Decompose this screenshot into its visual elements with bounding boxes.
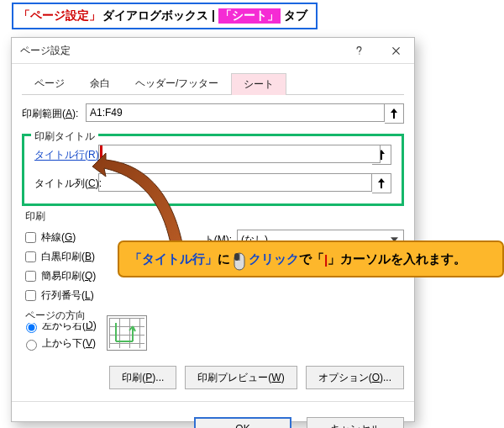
balloon-text3: 」カーソルを入れます。 [328,251,466,267]
print-preview-button[interactable]: 印刷プレビュー(W) [185,366,297,389]
page-order-caption: ページの方向 [22,309,89,323]
balloon-text1: に [218,251,230,267]
title-row-input[interactable] [98,145,381,163]
title-col-input[interactable] [98,173,372,192]
tab-strip: ページ 余白 ヘッダー/フッター シート [22,72,404,95]
title-col-picker[interactable] [372,173,391,193]
caption-red: 「ページ設定」 [18,8,101,24]
print-titles-caption: 印刷タイトル [31,129,98,144]
options-button[interactable]: オプション(O)... [306,366,404,389]
dialog-title: ページ設定 [12,44,340,58]
tab-margin[interactable]: 余白 [77,72,123,94]
title-col-label: タイトル列(C): [34,177,98,191]
balloon-text2: で「 [299,251,324,267]
page-order-group: ページの方向 左から右(D) 上から下(V) [22,315,404,354]
order-top-to-bottom-radio[interactable]: 上から下(V) [22,336,97,351]
instruction-caption: 「ページ設定」 ダイアログボックス | 「シート」 タブ [12,3,318,29]
print-titles-group: 印刷タイトル タイトル行(R): [22,134,404,206]
cancel-button[interactable]: キャンセル [307,417,404,428]
mouse-icon [232,252,247,271]
svg-rect-0 [393,113,395,119]
print-options-caption: 印刷 [22,209,49,224]
page-setup-dialog: ページ設定 ページ 余白 ヘッダー/フッター シート 印刷範囲(A): [11,37,415,422]
help-button[interactable] [340,38,377,63]
caption-mid: ダイアログボックス | [102,8,215,24]
instruction-balloon: 「タイトル行」 に クリック で「 | 」カーソルを入れます。 [118,240,504,277]
svg-rect-2 [381,182,382,188]
dialog-titlebar: ページ設定 [12,38,414,64]
rowcol-numbers-checkbox[interactable]: 行列番号(L) [22,288,139,304]
print-area-picker[interactable] [385,103,404,124]
caption-pink: 「シート」 [218,8,281,24]
tab-page[interactable]: ページ [22,72,77,94]
tab-sheet[interactable]: シート [231,73,286,95]
close-button[interactable] [377,38,414,63]
print-button[interactable]: 印刷(P)... [109,366,176,389]
svg-rect-1 [381,154,382,160]
caption-tail: タブ [284,8,307,24]
svg-rect-4 [234,253,239,261]
print-area-input[interactable] [86,103,385,122]
page-order-illustration [107,315,147,351]
balloon-click: クリック [249,251,299,267]
balloon-field: 「タイトル行」 [129,251,218,267]
title-row-label: タイトル行(R): [34,148,98,162]
print-area-label: 印刷範囲(A): [22,107,86,121]
ok-button[interactable]: OK [194,417,291,428]
cursor-marker-icon [100,145,102,159]
tab-header[interactable]: ヘッダー/フッター [123,72,231,94]
